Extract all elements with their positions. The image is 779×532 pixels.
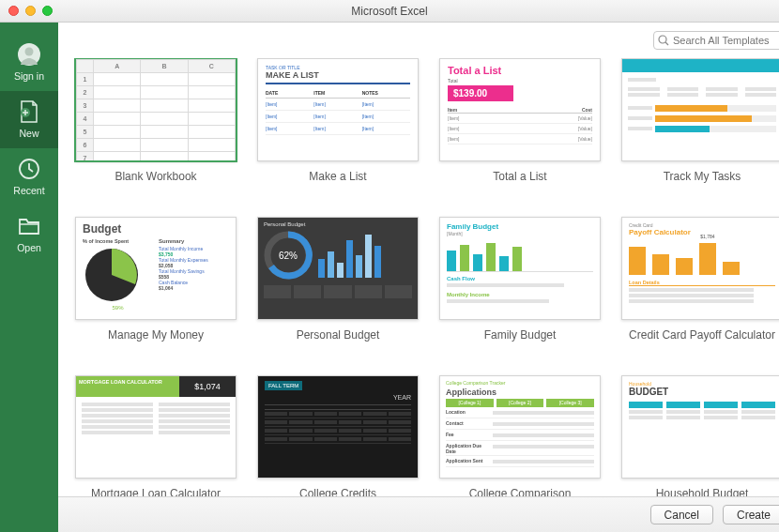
template-label: Total a List <box>493 170 546 183</box>
template-card[interactable]: Track My Tasks <box>621 58 779 183</box>
template-card[interactable]: MORTGAGE LOAN CALCULATOR$1,074Mortgage L… <box>75 375 237 500</box>
svg-point-4 <box>659 36 666 43</box>
template-thumbnail: TASK OR TITLEMAKE A LISTDATEITEMNOTES[It… <box>257 58 419 161</box>
sidebar-item-label: Recent <box>13 185 44 196</box>
template-card[interactable]: Total a ListTotal$139.00ItemCost[Item][V… <box>439 58 601 183</box>
template-thumbnail: College Comparison TrackerApplications[C… <box>439 375 601 479</box>
template-thumbnail: HouseholdBUDGET <box>621 375 779 479</box>
titlebar: Microsoft Excel <box>0 0 779 23</box>
sidebar-item-open[interactable]: Open <box>0 205 58 263</box>
sidebar-item-label: Open <box>17 242 41 253</box>
template-thumbnail: ABC1234567 <box>75 58 237 161</box>
search-input[interactable] <box>653 31 779 50</box>
template-card[interactable]: ABC1234567Blank Workbook <box>75 58 237 183</box>
template-card[interactable]: FALL TERMYEARCollege Credits <box>257 375 419 500</box>
folder-icon <box>16 213 42 239</box>
template-label: Make a List <box>309 170 366 183</box>
template-thumbnail: Personal Budget62% <box>257 217 419 320</box>
search-bar <box>58 23 779 58</box>
template-label: Credit Card Payoff Calculator <box>629 328 775 342</box>
cancel-button[interactable]: Cancel <box>650 505 713 524</box>
template-card[interactable]: Personal Budget62%Personal Budget <box>257 217 419 342</box>
main-panel: ABC1234567Blank WorkbookTASK OR TITLEMAK… <box>58 23 779 532</box>
sidebar-item-new[interactable]: New <box>0 91 58 148</box>
template-thumbnail: Credit CardPayoff Calculator$1,784Loan D… <box>621 217 779 320</box>
template-label: Manage My Money <box>108 328 204 342</box>
template-label: Family Budget <box>484 328 557 342</box>
clock-icon <box>16 156 42 182</box>
template-label: Track My Tasks <box>664 170 741 183</box>
create-button[interactable]: Create <box>723 505 779 524</box>
template-card[interactable]: Credit CardPayoff Calculator$1,784Loan D… <box>621 217 779 342</box>
template-card[interactable]: College Comparison TrackerApplications[C… <box>439 375 601 500</box>
search-icon <box>658 35 669 46</box>
template-thumbnail: FALL TERMYEAR <box>257 375 419 479</box>
window-title: Microsoft Excel <box>0 5 779 18</box>
template-label: Blank Workbook <box>115 170 196 183</box>
template-card[interactable]: TASK OR TITLEMAKE A LISTDATEITEMNOTES[It… <box>257 58 419 183</box>
template-gallery[interactable]: ABC1234567Blank WorkbookTASK OR TITLEMAK… <box>58 58 779 532</box>
sidebar-item-label: New <box>19 128 38 139</box>
template-card[interactable]: HouseholdBUDGETHousehold Budget <box>621 375 779 500</box>
user-icon <box>16 41 42 68</box>
sidebar: Sign in New Recent Open <box>0 23 58 532</box>
sidebar-item-label: Sign in <box>14 70 44 82</box>
template-thumbnail: Family Budget[Month]Cash FlowMonthly Inc… <box>439 217 601 320</box>
template-card[interactable]: Family Budget[Month]Cash FlowMonthly Inc… <box>439 217 601 342</box>
template-card[interactable]: Budget% of Income Spent59%SummaryTotal M… <box>75 217 237 342</box>
template-thumbnail <box>621 58 779 161</box>
template-thumbnail: MORTGAGE LOAN CALCULATOR$1,074 <box>75 375 237 479</box>
footer: Cancel Create <box>58 496 779 532</box>
sidebar-item-recent[interactable]: Recent <box>0 148 58 205</box>
template-thumbnail: Budget% of Income Spent59%SummaryTotal M… <box>75 217 237 320</box>
template-thumbnail: Total a ListTotal$139.00ItemCost[Item][V… <box>439 58 601 161</box>
sidebar-item-signin[interactable]: Sign in <box>0 34 58 91</box>
svg-point-1 <box>25 48 34 56</box>
template-label: Personal Budget <box>297 328 380 342</box>
new-doc-icon <box>16 99 42 125</box>
svg-text:62%: 62% <box>279 251 298 261</box>
